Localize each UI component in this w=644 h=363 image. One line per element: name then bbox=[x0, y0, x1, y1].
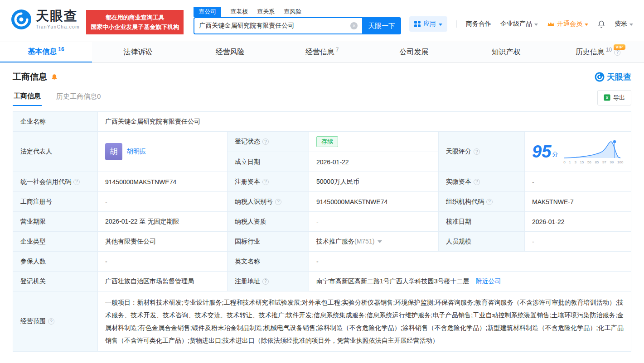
table-row: 营业期限 2026-01-22 至 无固定期限 纳税人资质 - 核准日期 202… bbox=[13, 212, 631, 232]
legal-rep-link[interactable]: 胡明振 bbox=[127, 148, 146, 156]
section-title: 工商信息 bbox=[13, 71, 47, 83]
tab-label: 历史信息 bbox=[576, 48, 605, 57]
score-unit: 分 bbox=[552, 150, 558, 158]
tab-operating-risk[interactable]: 经营风险 bbox=[184, 42, 276, 62]
search-tab-company[interactable]: 查公司 bbox=[194, 7, 221, 17]
tab-legal-proceedings[interactable]: 法律诉讼 bbox=[92, 42, 184, 62]
business-term-label: 营业期限 bbox=[13, 212, 98, 232]
user-menu[interactable]: 费米 bbox=[615, 20, 633, 28]
apps-label: 应用 bbox=[423, 20, 436, 28]
help-icon[interactable]: ? bbox=[73, 179, 80, 185]
business-scope-value: 一般项目：新材料技术研发;专业设计服务;工程和技术研究和试验发展;对外承包工程;… bbox=[98, 291, 631, 352]
nav-cooperation[interactable]: 商务合作 bbox=[466, 20, 491, 28]
tab-count: 16 bbox=[58, 46, 64, 53]
crown-icon bbox=[547, 21, 555, 27]
chevron-down-icon bbox=[629, 24, 633, 26]
company-section-tabs: 基本信息 16 法律诉讼 经营风险 经营信息 7 公司发展 知识产权 VIP 历… bbox=[0, 42, 644, 63]
taxpayer-id-label: 纳税人识别号? bbox=[228, 192, 309, 212]
header: 天眼查 TianYanCha.com 都在用的商业查询工具 国家中小企业发展子基… bbox=[0, 0, 644, 42]
subtab-history-business-info[interactable]: 历史工商信息0 bbox=[55, 90, 102, 105]
chevron-down-icon bbox=[439, 24, 442, 26]
help-icon[interactable]: ? bbox=[275, 199, 281, 205]
reg-capital-value: 50000万人民币 bbox=[309, 172, 439, 192]
paid-capital-value: - bbox=[525, 172, 631, 192]
help-icon[interactable]: ? bbox=[48, 318, 54, 325]
nearby-companies-link[interactable]: 附近公司 bbox=[475, 277, 501, 285]
help-icon[interactable]: ? bbox=[474, 179, 480, 185]
table-row: 企业类型 其他有限责任公司 国标行业 技术推广服务(M751) 人员规模 - bbox=[13, 232, 631, 252]
insured-count-value: - bbox=[98, 252, 228, 272]
chevron-down-icon bbox=[534, 24, 538, 26]
org-code-label: 组织机构代码? bbox=[439, 192, 525, 212]
tianyancha-logo[interactable]: 天眼查 TianYanCha.com bbox=[11, 9, 80, 30]
help-icon[interactable]: ? bbox=[262, 139, 269, 145]
export-button[interactable]: X 导出 bbox=[597, 90, 631, 105]
monitor-bell-icon[interactable] bbox=[51, 73, 58, 81]
divider bbox=[456, 20, 457, 28]
score-chart: 0 1 3 15 56 85 97 99 100 bbox=[563, 139, 623, 164]
status-badge: 存续 bbox=[316, 136, 338, 147]
score-label: 天眼评分? bbox=[439, 132, 525, 172]
logo-domain: TianYanCha.com bbox=[36, 24, 80, 29]
legal-rep-label: 法定代表人 bbox=[13, 132, 98, 172]
tab-intellectual-property[interactable]: 知识产权 bbox=[460, 42, 552, 62]
approval-date-label: 核准日期 bbox=[439, 212, 525, 232]
search-tab-relation[interactable]: 查关系 bbox=[257, 7, 275, 17]
score-axis: 0 1 3 15 56 85 97 99 100 bbox=[563, 160, 623, 164]
enterprise-label: 企业级产品 bbox=[500, 20, 532, 28]
taxpayer-id-value: 91450000MAK5TNWE74 bbox=[309, 192, 439, 212]
tab-company-development[interactable]: 公司发展 bbox=[368, 42, 460, 62]
grid-icon bbox=[414, 21, 421, 27]
subtab-business-info[interactable]: 工商信息 bbox=[13, 89, 42, 106]
help-icon[interactable]: ? bbox=[486, 199, 493, 205]
nav-enterprise-products[interactable]: 企业级产品 bbox=[500, 20, 538, 28]
tab-operating-info[interactable]: 经营信息 7 bbox=[276, 42, 368, 62]
legal-rep-value: 胡 胡明振 bbox=[98, 132, 228, 172]
search-block: 查公司 查老板 查关系 查风险 ✕ 天眼一下 bbox=[194, 6, 401, 34]
est-date-label: 成立日期 bbox=[228, 152, 309, 172]
company-name-value: 广西关键金属研究院有限责任公司 bbox=[98, 112, 631, 132]
table-row: 参保人数 - 英文名称 - bbox=[13, 252, 631, 272]
notifications[interactable] bbox=[597, 20, 605, 29]
tab-label: 基本信息 bbox=[28, 47, 57, 57]
approval-date-value: 2026-01-22 bbox=[525, 212, 631, 232]
search-tabs: 查公司 查老板 查关系 查风险 bbox=[194, 6, 401, 17]
clear-icon[interactable]: ✕ bbox=[350, 22, 358, 29]
logo-name: 天眼查 bbox=[36, 10, 80, 23]
help-icon[interactable]: ? bbox=[614, 49, 620, 56]
avatar[interactable]: 胡 bbox=[105, 143, 122, 160]
tab-basic-info[interactable]: 基本信息 16 bbox=[0, 42, 92, 62]
score-number: 95 bbox=[532, 143, 551, 160]
search-tab-boss[interactable]: 查老板 bbox=[230, 7, 248, 17]
table-row: 统一社会信用代码? 91450000MAK5TNWE74 注册资本? 50000… bbox=[13, 172, 631, 192]
staff-size-value: - bbox=[525, 232, 631, 252]
search-input[interactable] bbox=[199, 22, 348, 29]
business-info-table: 企业名称 广西关键金属研究院有限责任公司 法定代表人 胡 胡明振 登记状态? 存… bbox=[13, 111, 631, 352]
credit-code-label: 统一社会信用代码? bbox=[13, 172, 98, 192]
help-icon[interactable]: ? bbox=[474, 148, 480, 155]
credit-code-value: 91450000MAK5TNWE74 bbox=[98, 172, 228, 192]
tab-history-info[interactable]: VIP 历史信息 10 ? bbox=[552, 42, 644, 62]
score-value: 95 分 0 1 3 15 56 bbox=[525, 132, 631, 172]
export-label: 导出 bbox=[613, 94, 625, 102]
bell-icon bbox=[597, 20, 605, 29]
help-icon[interactable]: ? bbox=[262, 278, 269, 285]
apps-menu[interactable]: 应用 bbox=[409, 16, 447, 32]
search-tab-risk[interactable]: 查风险 bbox=[284, 7, 301, 17]
chevron-down-icon bbox=[585, 24, 588, 26]
business-scope-label: 经营范围? bbox=[13, 291, 98, 352]
slogan-line2: 国家中小企业发展子基金旗下机构 bbox=[91, 22, 179, 32]
industry-value: 技术推广服务(M751) bbox=[309, 232, 439, 252]
vip-badge: VIP bbox=[614, 44, 625, 50]
chevron-down-icon[interactable] bbox=[378, 240, 382, 243]
company-name-label: 企业名称 bbox=[13, 112, 98, 132]
section-header: 工商信息 天眼查 bbox=[0, 63, 644, 86]
slogan-line1: 都在用的商业查询工具 bbox=[91, 13, 179, 22]
reg-authority-label: 登记机关 bbox=[13, 272, 98, 291]
nav-open-vip[interactable]: 开通会员 bbox=[547, 20, 588, 28]
table-row: 经营范围? 一般项目：新材料技术研发;专业设计服务;工程和技术研究和试验发展;对… bbox=[13, 291, 631, 352]
help-icon[interactable]: ? bbox=[262, 179, 269, 185]
search-button[interactable]: 天眼一下 bbox=[362, 17, 401, 34]
tianyancha-logo-icon bbox=[595, 72, 605, 82]
table-row: 法定代表人 胡 胡明振 登记状态? 存续 天眼评分? 95 分 bbox=[13, 132, 631, 152]
